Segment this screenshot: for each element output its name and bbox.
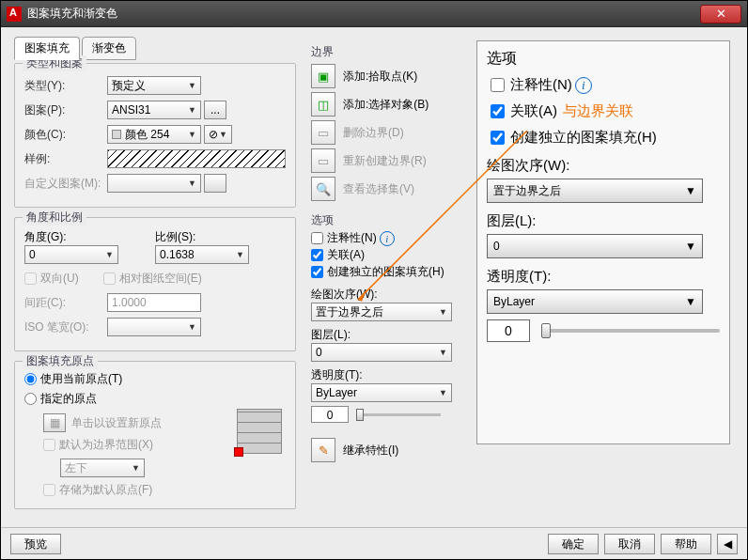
- label-isowidth: ISO 笔宽(O):: [24, 319, 107, 335]
- client-area: 图案填充 渐变色 类型和图案 类型(Y): 预定义▼ 图案(P): ANSI31…: [1, 27, 747, 559]
- chevron-down-icon: ▼: [236, 250, 244, 259]
- nocolor-icon: ⊘: [209, 128, 218, 141]
- btn-inherit[interactable]: ✎继承特性(I): [311, 438, 471, 462]
- ok-button[interactable]: 确定: [548, 534, 599, 554]
- tab-hatch[interactable]: 图案填充: [14, 37, 80, 60]
- big-slider-transparency[interactable]: 0: [487, 319, 720, 342]
- big-select-transparency[interactable]: ByLayer▼: [487, 289, 703, 314]
- check-separate-sm[interactable]: 创建独立的图案填充(H): [311, 264, 444, 280]
- slider-transparency-sm[interactable]: 0: [311, 406, 471, 423]
- chevron-down-icon: ▼: [219, 130, 227, 139]
- big-label-layer: 图层(L):: [487, 212, 720, 230]
- btn-view-selection: 🔍查看选择集(V): [311, 177, 471, 201]
- origin-preview: [237, 409, 282, 454]
- big-select-draworder[interactable]: 置于边界之后▼: [487, 179, 703, 203]
- check-annotative-sm[interactable]: 注释性(N)i: [311, 230, 395, 246]
- chevron-down-icon: ▼: [685, 240, 696, 253]
- chevron-down-icon: ▼: [439, 307, 447, 317]
- select-isowidth: ▼: [107, 318, 201, 336]
- select-draworder-sm[interactable]: 置于边界之后▼: [311, 303, 452, 321]
- bottom-bar: 预览 确定 取消 帮助 ◀: [1, 527, 747, 559]
- pattern-browse-button[interactable]: ...: [204, 101, 226, 119]
- pattern-sample[interactable]: [107, 149, 286, 168]
- cancel-button[interactable]: 取消: [604, 534, 655, 554]
- chevron-down-icon: ▼: [188, 179, 196, 188]
- chevron-down-icon: ▼: [439, 348, 447, 357]
- select-layer-sm[interactable]: 0▼: [311, 343, 452, 362]
- preview-button[interactable]: 预览: [10, 534, 61, 554]
- btn-add-pick[interactable]: ▣添加:拾取点(K): [311, 64, 471, 88]
- remove-icon: ▭: [311, 120, 335, 145]
- window-title: 图案填充和渐变色: [27, 6, 700, 22]
- label-color: 颜色(C):: [24, 127, 107, 143]
- chevron-down-icon: ▼: [439, 388, 447, 397]
- check-relative: 相对图纸空间(E): [103, 271, 202, 287]
- label-click-set: 单击以设置新原点: [71, 415, 162, 431]
- big-label-draworder: 绘图次序(W):: [487, 157, 720, 175]
- check-associative-sm[interactable]: 关联(A): [311, 247, 365, 263]
- chevron-down-icon: ▼: [685, 295, 696, 308]
- label-draworder-sm: 绘图次序(W):: [311, 287, 471, 303]
- label-transparency-sm: 透明度(T):: [311, 367, 471, 383]
- select-type[interactable]: 预定义▼: [107, 76, 201, 95]
- pick-origin-icon: ▦: [43, 413, 66, 432]
- check-default-bound: 默认为边界范围(X): [43, 437, 153, 453]
- select-transparency-sm[interactable]: ByLayer▼: [311, 383, 452, 402]
- label-scale: 比例(S):: [155, 229, 286, 245]
- radio-use-current[interactable]: 使用当前原点(T): [24, 371, 122, 387]
- group-type-pattern: 类型和图案 类型(Y): 预定义▼ 图案(P): ANSI31▼ ... 颜色(…: [14, 63, 296, 208]
- chevron-down-icon: ▼: [105, 250, 114, 259]
- legend-angle-scale: 角度和比例: [23, 210, 86, 226]
- dialog-window: 图案填充和渐变色 ✕ 图案填充 渐变色 类型和图案 类型(Y): 预定义▼ 图案…: [0, 0, 748, 560]
- btn-remove-boundary: ▭删除边界(D): [311, 120, 471, 145]
- check-double: 双向(U): [24, 271, 79, 287]
- close-button[interactable]: ✕: [700, 5, 741, 23]
- group-angle-scale: 角度和比例 角度(G): 0▼ 比例(S): 0.1638▼ 双向(U) 相对图…: [14, 217, 296, 351]
- tab-gradient[interactable]: 渐变色: [82, 37, 136, 60]
- big-check-associative[interactable]: 关联(A)与边界关联: [487, 101, 720, 121]
- magnifier-icon: 🔍: [311, 177, 335, 201]
- chevron-down-icon: ▼: [188, 105, 196, 115]
- legend-origin: 图案填充原点: [23, 353, 98, 369]
- big-check-annotative[interactable]: 注释性(N)i: [487, 75, 720, 95]
- legend-boundary: 边界: [311, 44, 471, 60]
- radio-specified[interactable]: 指定的原点: [24, 391, 97, 407]
- recreate-icon: ▭: [311, 148, 335, 173]
- select-pattern[interactable]: ANSI31▼: [107, 101, 201, 119]
- big-check-separate[interactable]: 创建独立的图案填充(H): [487, 128, 720, 148]
- left-column: 类型和图案 类型(Y): 预定义▼ 图案(P): ANSI31▼ ... 颜色(…: [14, 63, 296, 521]
- select-bgcolor[interactable]: ⊘▼: [204, 125, 232, 144]
- group-origin: 图案填充原点 使用当前原点(T) 指定的原点 ▦单击以设置新原点 默认为边界范围…: [14, 361, 296, 509]
- label-sample: 样例:: [24, 151, 107, 167]
- associative-annotation: 与边界关联: [563, 102, 633, 120]
- options-callout-panel: 选项 注释性(N)i 关联(A)与边界关联 创建独立的图案填充(H) 绘图次序(…: [476, 40, 730, 444]
- chevron-down-icon: ▼: [685, 184, 696, 197]
- info-icon: i: [380, 231, 395, 246]
- expand-button[interactable]: ◀: [717, 534, 738, 554]
- middle-column: 边界 ▣添加:拾取点(K) ◫添加:选择对象(B) ▭删除边界(D) ▭重新创建…: [311, 40, 471, 521]
- help-button[interactable]: 帮助: [661, 534, 711, 554]
- color-swatch-icon: [112, 130, 121, 139]
- info-icon: i: [575, 77, 592, 94]
- big-label-transparency: 透明度(T):: [487, 268, 720, 286]
- select-color[interactable]: 颜色 254▼: [107, 125, 201, 144]
- select-angle[interactable]: 0▼: [24, 245, 118, 264]
- label-pattern: 图案(P):: [24, 102, 107, 118]
- label-layer-sm: 图层(L):: [311, 327, 471, 343]
- chevron-down-icon: ▼: [188, 322, 196, 332]
- select-custom-pattern: ▼: [107, 174, 201, 193]
- btn-add-select[interactable]: ◫添加:选择对象(B): [311, 92, 471, 117]
- custom-pattern-browse: [204, 174, 226, 193]
- inherit-icon: ✎: [311, 438, 335, 462]
- btn-recreate-boundary: ▭重新创建边界(R): [311, 148, 471, 173]
- input-spacing: 1.0000: [107, 293, 201, 312]
- big-options-title: 选项: [487, 49, 720, 69]
- chevron-down-icon: ▼: [132, 463, 140, 473]
- big-select-layer[interactable]: 0▼: [487, 234, 703, 258]
- select-scale[interactable]: 0.1638▼: [155, 245, 249, 264]
- label-spacing: 间距(C):: [24, 295, 107, 311]
- label-angle: 角度(G):: [24, 229, 155, 245]
- app-icon: [7, 7, 22, 22]
- select-origin-pos: 左下▼: [60, 459, 145, 477]
- check-store-default: 存储为默认原点(F): [43, 482, 152, 498]
